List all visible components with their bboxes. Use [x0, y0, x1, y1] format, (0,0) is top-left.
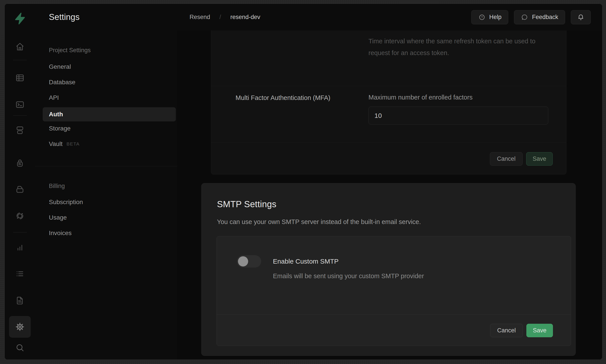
enrolled-factors-label: Maximum number of enrolled factors — [368, 94, 473, 101]
feedback-bubble-icon — [521, 13, 528, 21]
app-window: Settings Resend / resend-dev ? Help — [4, 3, 603, 360]
notifications-button[interactable] — [571, 10, 591, 24]
smtp-card-title: SMTP Settings — [217, 199, 276, 209]
icon-rail — [5, 4, 35, 360]
nav-item-auth-active[interactable]: Auth — [43, 107, 176, 121]
enable-custom-smtp-description: Emails will be sent using your custom SM… — [273, 270, 465, 282]
help-button[interactable]: ? Help — [471, 10, 508, 24]
home-icon[interactable] — [15, 42, 25, 52]
nav-item-label: Invoices — [49, 230, 72, 237]
mfa-footer-actions: Cancel Save — [490, 152, 553, 166]
smtp-card-subtitle: You can use your own SMTP server instead… — [217, 218, 421, 226]
docs-icon[interactable] — [15, 296, 25, 305]
card-footer-divider — [211, 143, 566, 143]
nav-item-label: Storage — [49, 125, 71, 132]
logs-icon[interactable] — [15, 269, 25, 279]
nav-item-storage[interactable]: Storage — [49, 125, 71, 132]
page-title: Settings — [49, 4, 80, 30]
nav-section-heading-billing: Billing — [49, 183, 65, 190]
enable-custom-smtp-toggle[interactable] — [237, 255, 261, 268]
nav-item-vault[interactable]: Vault BETA — [49, 141, 80, 147]
nav-item-usage[interactable]: Usage — [49, 214, 67, 221]
rail-divider — [13, 116, 27, 116]
enable-custom-smtp-label: Enable Custom SMTP — [273, 258, 339, 265]
refresh-token-help-text: Time interval where the same refresh tok… — [368, 35, 550, 59]
supabase-logo-icon[interactable] — [13, 12, 27, 25]
feedback-button[interactable]: Feedback — [514, 10, 565, 24]
rail-divider — [13, 60, 27, 60]
storage-icon[interactable] — [15, 184, 25, 194]
search-icon[interactable] — [15, 343, 25, 352]
smtp-cancel-button[interactable]: Cancel — [490, 324, 523, 337]
smtp-enable-panel: Enable Custom SMTP Emails will be sent u… — [217, 236, 571, 346]
bell-icon — [577, 13, 585, 21]
database-icon[interactable] — [15, 125, 25, 135]
nav-item-label: General — [49, 63, 71, 70]
smtp-footer-divider — [217, 314, 571, 314]
auth-lock-icon[interactable] — [15, 158, 25, 168]
nav-item-label: Usage — [49, 214, 67, 221]
svg-text:?: ? — [481, 15, 483, 19]
feedback-button-label: Feedback — [532, 14, 558, 21]
top-header: Settings Resend / resend-dev ? Help — [35, 4, 602, 31]
sql-editor-icon[interactable] — [15, 100, 25, 109]
rail-divider — [13, 232, 27, 233]
main-content: Time interval where the same refresh tok… — [177, 30, 602, 360]
nav-item-label: Subscription — [49, 199, 83, 206]
mfa-section-label: Multi Factor Authentication (MFA) — [235, 94, 330, 102]
nav-item-general[interactable]: General — [49, 63, 71, 70]
breadcrumb-project[interactable]: resend-dev — [231, 14, 260, 21]
header-actions: ? Help Feedback — [471, 4, 591, 30]
smtp-save-button[interactable]: Save — [526, 324, 553, 337]
toggle-knob — [238, 256, 248, 266]
edge-functions-icon[interactable] — [15, 211, 25, 221]
nav-item-api[interactable]: API — [49, 94, 59, 101]
auth-settings-card: Time interval where the same refresh tok… — [211, 30, 567, 174]
mfa-cancel-button[interactable]: Cancel — [490, 152, 523, 166]
beta-badge: BETA — [66, 141, 80, 147]
help-circle-icon: ? — [478, 13, 486, 21]
table-editor-icon[interactable] — [15, 73, 25, 83]
smtp-footer-actions: Cancel Save — [490, 324, 553, 337]
settings-gear-icon[interactable] — [15, 322, 25, 332]
settings-nav-panel: Project Settings General Database API Au… — [35, 30, 177, 360]
breadcrumb-org[interactable]: Resend — [190, 14, 210, 21]
nav-item-label: Vault — [49, 141, 63, 147]
nav-item-invoices[interactable]: Invoices — [49, 230, 72, 237]
enrolled-factors-input[interactable] — [368, 107, 548, 125]
smtp-settings-card: SMTP Settings You can use your own SMTP … — [201, 183, 576, 356]
mfa-save-button[interactable]: Save — [526, 152, 553, 166]
nav-item-label: API — [49, 94, 59, 101]
breadcrumb: Resend / resend-dev — [190, 4, 260, 30]
nav-section-heading-project-settings: Project Settings — [49, 47, 91, 54]
help-button-label: Help — [489, 14, 502, 21]
card-row-divider — [211, 86, 566, 86]
reports-icon[interactable] — [15, 243, 25, 252]
nav-item-database[interactable]: Database — [49, 79, 76, 86]
nav-section-divider — [35, 166, 177, 166]
breadcrumb-separator: / — [219, 14, 221, 21]
nav-item-label: Auth — [49, 111, 63, 118]
nav-item-label: Database — [49, 79, 76, 86]
nav-item-subscription[interactable]: Subscription — [49, 199, 83, 206]
